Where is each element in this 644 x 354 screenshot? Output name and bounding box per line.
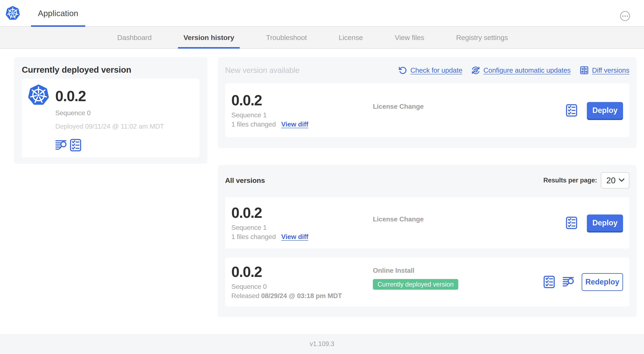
- files-changed-label: 1 files changed: [231, 120, 276, 128]
- all-versions-title: All versions: [225, 176, 265, 185]
- app-tab[interactable]: Application: [31, 0, 85, 27]
- tab-view-files[interactable]: View files: [389, 27, 430, 48]
- preflight-checklist-icon: [70, 139, 81, 151]
- diff-versions-link[interactable]: Diff versions: [580, 66, 629, 75]
- files-changed-label: 1 files changed: [231, 232, 276, 241]
- all-versions-panel: All versions Results per page: 20 0.0.2 …: [218, 165, 636, 317]
- ellipsis-icon: [622, 16, 624, 17]
- preflight-checks-button[interactable]: [566, 104, 577, 117]
- version-sequence: Sequence 1: [231, 111, 373, 119]
- view-logs-icon: [562, 277, 574, 287]
- page-footer: v1.109.3: [0, 334, 644, 354]
- active-tab-underline: [178, 47, 240, 49]
- console-version: v1.109.3: [310, 340, 334, 348]
- released-date: 08/29/24 @ 03:18 pm MDT: [261, 292, 342, 299]
- tab-label: View files: [395, 34, 424, 42]
- results-per-page-label: Results per page:: [543, 177, 597, 184]
- deploy-button[interactable]: Deploy: [587, 102, 623, 119]
- tab-dashboard[interactable]: Dashboard: [112, 27, 157, 48]
- refresh-icon: [398, 66, 407, 75]
- version-info: 0.0.2 Sequence 1 1 files changed View di…: [231, 92, 373, 128]
- tab-label: Version history: [184, 34, 234, 42]
- version-number: 0.0.2: [231, 92, 373, 108]
- new-version-title: New version available: [225, 66, 300, 75]
- deployed-version-info: 0.0.2 Sequence 0 Deployed 09/11/24 @ 11:…: [55, 88, 164, 151]
- tab-label: Troubleshoot: [266, 34, 307, 42]
- version-actions: Deploy: [566, 214, 623, 231]
- chevron-down-icon: [618, 177, 625, 184]
- tab-label: Registry settings: [456, 34, 508, 42]
- files-changed-row: 1 files changed View diff: [231, 232, 373, 241]
- version-row: 0.0.2 Sequence 0 Released 08/29/24 @ 03:…: [225, 257, 629, 306]
- view-diff-link[interactable]: View diff: [281, 120, 308, 128]
- version-info: 0.0.2 Sequence 1 1 files changed View di…: [231, 205, 373, 241]
- preflight-checklist-icon: [544, 276, 555, 288]
- new-version-card: 0.0.2 Sequence 1 1 files changed View di…: [225, 83, 629, 137]
- configure-automatic-updates-label: Configure automatic updates: [484, 66, 571, 74]
- page-tabs-nav: Dashboard Version history Troubleshoot L…: [0, 27, 644, 49]
- top-header: Application: [0, 0, 644, 27]
- deployed-actions: [55, 139, 164, 151]
- tab-label: License: [339, 34, 363, 42]
- view-deploy-logs-button[interactable]: [55, 140, 66, 150]
- tab-troubleshoot[interactable]: Troubleshoot: [261, 27, 312, 48]
- update-links: Check for update Configure automatic upd…: [398, 66, 629, 75]
- files-changed-row: 1 files changed View diff: [231, 120, 373, 128]
- release-notes-column: License Change: [373, 215, 566, 223]
- results-per-page-select[interactable]: 20: [601, 172, 629, 189]
- version-row: 0.0.2 Sequence 1 1 files changed View di…: [225, 197, 629, 249]
- kubernetes-app-icon: [28, 85, 49, 106]
- main-content: Currently deployed version 0.0.2 Sequenc…: [0, 49, 644, 317]
- tab-license[interactable]: License: [333, 27, 368, 48]
- tab-label: Dashboard: [117, 34, 152, 42]
- auto-update-clock-icon: [471, 66, 480, 75]
- results-per-page-value: 20: [606, 176, 616, 185]
- check-for-update-link[interactable]: Check for update: [398, 66, 462, 75]
- release-notes-text: License Change: [373, 103, 424, 110]
- tab-version-history[interactable]: Version history: [178, 27, 240, 48]
- deployed-version-card: 0.0.2 Sequence 0 Deployed 09/11/24 @ 11:…: [22, 79, 200, 158]
- deployed-version-number: 0.0.2: [55, 88, 164, 104]
- redeploy-button[interactable]: Redeploy: [582, 273, 623, 291]
- view-logs-icon: [55, 140, 66, 150]
- new-version-panel: New version available Check for update C…: [218, 57, 636, 148]
- results-per-page: Results per page: 20: [543, 172, 629, 189]
- ellipsis-icon: [624, 16, 626, 17]
- version-sequence: Sequence 1: [231, 223, 373, 232]
- version-number: 0.0.2: [231, 264, 373, 280]
- preflight-checks-button[interactable]: [70, 139, 81, 151]
- released-timestamp: Released 08/29/24 @ 03:18 pm MDT: [231, 291, 373, 300]
- released-prefix: Released: [231, 292, 260, 299]
- release-notes-text: License Change: [373, 215, 424, 223]
- version-number: 0.0.2: [231, 205, 373, 221]
- deploy-button[interactable]: Deploy: [587, 214, 623, 231]
- preflight-checks-button[interactable]: [566, 217, 577, 229]
- preflight-checks-button[interactable]: [544, 276, 555, 288]
- version-history-page: { "colors": { "accent_blue": "#3b66d9", …: [0, 0, 644, 354]
- tab-registry-settings[interactable]: Registry settings: [450, 27, 513, 48]
- overflow-menu-button[interactable]: [620, 11, 630, 21]
- release-notes-column: Online Install Currently deployed versio…: [373, 267, 544, 290]
- all-versions-header: All versions Results per page: 20: [225, 172, 629, 189]
- new-version-header: New version available Check for update C…: [225, 66, 629, 75]
- release-notes-column: License Change: [373, 103, 566, 110]
- configure-automatic-updates-link[interactable]: Configure automatic updates: [471, 66, 571, 75]
- version-actions: Deploy: [566, 102, 623, 119]
- right-column: New version available Check for update C…: [218, 57, 636, 317]
- view-diff-link[interactable]: View diff: [281, 232, 308, 241]
- currently-deployed-badge: Currently deployed version: [373, 279, 458, 290]
- ellipsis-icon: [627, 16, 628, 17]
- currently-deployed-panel: Currently deployed version 0.0.2 Sequenc…: [14, 57, 207, 164]
- version-info: 0.0.2 Sequence 0 Released 08/29/24 @ 03:…: [231, 264, 373, 300]
- kubernetes-logo-icon: [6, 6, 20, 20]
- deployed-sequence: Sequence 0: [55, 109, 164, 117]
- deployed-timestamp: Deployed 09/11/24 @ 11:02 am MDT: [55, 122, 164, 131]
- diff-versions-label: Diff versions: [592, 66, 629, 74]
- version-actions: Redeploy: [544, 273, 623, 291]
- currently-deployed-title: Currently deployed version: [22, 65, 200, 75]
- check-for-update-label: Check for update: [410, 66, 462, 74]
- app-tab-active-underline: [31, 25, 85, 27]
- diff-versions-icon: [580, 66, 589, 75]
- view-deploy-logs-button[interactable]: [562, 277, 574, 287]
- version-sequence: Sequence 0: [231, 282, 373, 291]
